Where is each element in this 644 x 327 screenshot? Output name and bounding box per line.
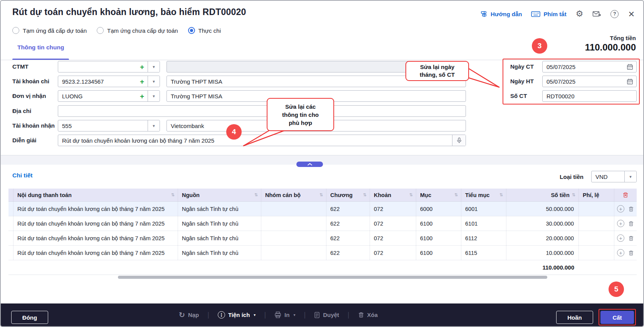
reload-button[interactable]: ↻ Nạp — [179, 311, 199, 319]
save-button[interactable]: Cất — [600, 311, 634, 324]
grid-row[interactable]: Rút dự toán chuyển khoản lương cán bộ th… — [8, 231, 637, 246]
cell-chapter[interactable]: 622 — [326, 202, 370, 216]
radio-tam-ung-chua-cap[interactable]: Tạm ứng chưa cấp dự toán — [97, 27, 178, 34]
guide-link[interactable]: Hướng dẫn — [480, 10, 522, 18]
cell-amount[interactable]: 20.000.000 — [506, 231, 579, 245]
cell-fee[interactable] — [579, 202, 614, 216]
close-icon[interactable]: ✕ — [628, 10, 635, 18]
approve-button[interactable]: Duyệt — [314, 312, 339, 319]
tab-thong-tin-chung[interactable]: Thông tin chung — [17, 44, 64, 51]
cell-content[interactable]: Rút dự toán chuyển khoản lương cán bộ th… — [13, 202, 178, 216]
cell-chapter[interactable]: 622 — [326, 246, 370, 260]
print-button[interactable]: In ▾ — [274, 311, 295, 319]
receiver-unit-dropdown-button[interactable]: ▾ — [148, 91, 160, 101]
sort-icon[interactable]: ⇅ — [171, 192, 175, 197]
cell-amount[interactable]: 30.000.000 — [506, 216, 579, 231]
cell-amount[interactable]: 50.000.000 — [506, 202, 579, 216]
sort-icon[interactable]: ⇅ — [319, 192, 323, 197]
add-ctmt-icon[interactable]: + — [140, 63, 148, 71]
calendar-icon[interactable] — [627, 64, 636, 70]
doc-no-field[interactable]: RDT00020 — [542, 90, 637, 102]
column-header-amount[interactable]: Số tiền⇅ — [506, 189, 579, 201]
receiver-unit-combo[interactable]: LUONG + ▾ — [58, 90, 160, 102]
currency-select[interactable]: VND ▾ — [591, 171, 637, 182]
cell-content[interactable]: Rút dự toán chuyển khoản lương cán bộ th… — [13, 216, 178, 231]
column-header-source[interactable]: Nguồn⇅ — [178, 189, 261, 201]
radio-tam-ung-da-cap[interactable]: Tạm ứng đã cấp dự toán — [12, 27, 87, 34]
cell-chapter[interactable]: 622 — [326, 216, 370, 231]
column-header-content[interactable]: Nội dung thanh toán⇅ — [13, 189, 178, 201]
delete-row-icon[interactable] — [628, 250, 634, 256]
add-row-icon[interactable]: + — [617, 234, 624, 242]
help-icon[interactable]: ? — [610, 10, 619, 18]
grid-row[interactable]: Rút dự toán chuyển khoản lương cán bộ th… — [8, 246, 637, 260]
column-header-subitem[interactable]: Tiểu mục⇅ — [461, 189, 506, 201]
cell-fee[interactable] — [579, 246, 614, 260]
cell-group[interactable] — [261, 202, 326, 216]
cell-item[interactable]: 6100 — [416, 246, 461, 260]
cell-clause[interactable]: 072 — [370, 231, 416, 245]
feedback-mail-icon[interactable] — [592, 10, 601, 18]
grid-row[interactable]: Rút dự toán chuyển khoản lương cán bộ th… — [8, 216, 637, 231]
column-header-item[interactable]: Mục⇅ — [416, 189, 461, 201]
sort-icon[interactable]: ⇅ — [363, 192, 367, 197]
sort-icon[interactable]: ⇅ — [454, 192, 458, 197]
voice-input-button[interactable] — [452, 135, 466, 146]
cell-source[interactable]: Ngân sách Tỉnh tự chủ — [178, 216, 261, 231]
cell-item[interactable]: 6100 — [416, 231, 461, 245]
add-receiver-unit-icon[interactable]: + — [140, 93, 148, 100]
pay-account-combo[interactable]: 9523.2.1234567 + ▾ — [58, 76, 160, 87]
cell-subitem[interactable]: 6001 — [461, 202, 506, 216]
grid-row[interactable]: Rút dự toán chuyển khoản lương cán bộ th… — [8, 202, 637, 216]
column-header-clause[interactable]: Khoản⇅ — [370, 189, 416, 201]
posted-date-field[interactable]: 05/07/2025 — [542, 76, 637, 87]
delete-row-icon[interactable] — [628, 235, 634, 241]
sort-icon[interactable]: ⇅ — [409, 192, 413, 197]
close-button[interactable]: Đóng — [11, 311, 48, 324]
cell-clause[interactable]: 072 — [370, 202, 416, 216]
cell-fee[interactable] — [579, 216, 614, 231]
sort-icon[interactable]: ⇅ — [572, 192, 575, 197]
sort-icon[interactable]: ⇅ — [254, 192, 258, 197]
cell-item[interactable]: 6100 — [416, 216, 461, 231]
column-header-group[interactable]: Nhóm cán bộ⇅ — [261, 189, 326, 201]
ctmt-dropdown-button[interactable]: ▾ — [148, 61, 160, 72]
cell-subitem[interactable]: 6112 — [461, 231, 506, 245]
radio-thuc-chi[interactable]: Thực chi — [188, 27, 221, 34]
cell-source[interactable]: Ngân sách Tỉnh tự chủ — [178, 231, 261, 245]
cell-clause[interactable]: 072 — [370, 216, 416, 231]
postpone-button[interactable]: Hoãn — [556, 311, 593, 324]
delete-button[interactable]: Xóa — [358, 312, 378, 318]
cell-group[interactable] — [261, 246, 326, 260]
gear-icon[interactable]: ⚙ — [576, 10, 583, 18]
cell-amount[interactable]: 10.000.000 — [506, 246, 579, 260]
cell-group[interactable] — [261, 216, 326, 231]
shortcut-link[interactable]: Phím tắt — [531, 11, 566, 17]
pay-account-dropdown-button[interactable]: ▾ — [148, 76, 160, 87]
currency-dropdown-button[interactable]: ▾ — [624, 171, 636, 182]
horizontal-scrollbar[interactable] — [118, 276, 547, 279]
cell-clause[interactable]: 072 — [370, 246, 416, 260]
cell-content[interactable]: Rút dự toán chuyển khoản lương cán bộ th… — [13, 246, 178, 260]
description-field[interactable]: Rút dự toán chuyển khoản lương cán bộ th… — [58, 135, 466, 146]
delete-row-icon[interactable] — [628, 206, 634, 212]
sort-icon[interactable]: ⇅ — [499, 192, 503, 197]
column-header-fee[interactable]: Phí, lệ — [579, 189, 614, 201]
cell-subitem[interactable]: 6101 — [461, 216, 506, 231]
cell-content[interactable]: Rút dự toán chuyển khoản lương cán bộ th… — [13, 231, 178, 245]
cell-group[interactable] — [261, 231, 326, 245]
receive-account-combo[interactable]: 555 ▾ — [58, 120, 160, 131]
cell-source[interactable]: Ngân sách Tỉnh tự chủ — [178, 246, 261, 260]
add-pay-account-icon[interactable]: + — [140, 78, 148, 85]
receive-account-dropdown-button[interactable]: ▾ — [148, 120, 160, 131]
cell-source[interactable]: Ngân sách Tỉnh tự chủ — [178, 202, 261, 216]
cell-item[interactable]: 6000 — [416, 202, 461, 216]
cell-fee[interactable] — [579, 231, 614, 245]
calendar-icon[interactable] — [627, 78, 636, 85]
collapse-toggle-button[interactable] — [296, 162, 323, 167]
column-header-chapter[interactable]: Chương⇅ — [326, 189, 370, 201]
delete-row-icon[interactable] — [628, 221, 634, 227]
add-row-icon[interactable]: + — [617, 249, 624, 256]
cell-chapter[interactable]: 622 — [326, 231, 370, 245]
add-row-icon[interactable]: + — [617, 205, 624, 212]
